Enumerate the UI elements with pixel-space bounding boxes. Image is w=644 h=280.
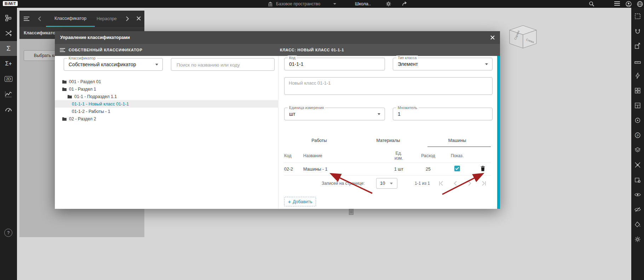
- classifier-search-field[interactable]: [171, 58, 275, 71]
- app-logo: BiMiT: [3, 1, 18, 6]
- col-header-consumption: Расход: [416, 153, 440, 158]
- multiplier-field[interactable]: Множитель 1: [393, 108, 493, 120]
- language-globe-icon[interactable]: [637, 1, 643, 7]
- paint-tool[interactable]: [633, 220, 642, 229]
- unit-value: шт: [289, 108, 295, 120]
- tree-item[interactable]: 02 - Раздел 2: [55, 115, 278, 122]
- tab-machines[interactable]: Машины: [438, 138, 477, 143]
- workspace-caret-icon[interactable]: [333, 3, 336, 5]
- classifier-select[interactable]: Классификатор Собственный классификатор: [64, 58, 163, 71]
- tab-machines-label: Машины: [448, 138, 466, 143]
- share-icon[interactable]: [402, 1, 408, 7]
- help-button[interactable]: ?: [4, 229, 12, 237]
- measure-tool[interactable]: [633, 57, 642, 65]
- chevron-down-icon: [378, 113, 380, 115]
- subheader-left: СОБСТВЕННЫЙ КЛАССИФИКАТОР: [55, 44, 278, 56]
- paint-icon: [634, 221, 641, 228]
- sum-icon: Σ: [6, 45, 11, 52]
- tree-item-label: 01-1-2 - Работы - 1: [72, 109, 110, 114]
- export-box-icon: [634, 43, 641, 49]
- first-page-button[interactable]: [437, 179, 445, 188]
- select-area-icon: [634, 13, 641, 19]
- tab-works[interactable]: Работы: [300, 138, 339, 143]
- col-header-name: Название: [303, 153, 381, 158]
- cut-axis-tool[interactable]: [633, 161, 642, 169]
- left-toolbar: Σ Σ+ 2D ?: [0, 8, 17, 280]
- list-icon[interactable]: [614, 1, 620, 7]
- measure-icon: [634, 58, 641, 64]
- close-icon: [490, 35, 495, 40]
- folder-icon: [67, 95, 72, 99]
- class-type-select[interactable]: Тип класса Элемент: [393, 58, 493, 70]
- layout-icon: [634, 102, 641, 109]
- multiplier-value: 1: [398, 108, 401, 120]
- classifier-menu-icon[interactable]: [60, 48, 65, 52]
- box-settings-tool[interactable]: [633, 176, 642, 184]
- per-page-select[interactable]: 10: [376, 178, 397, 189]
- workspace-name[interactable]: Базовое пространство: [276, 1, 320, 6]
- description-field[interactable]: Новый класс 01-1-1: [284, 77, 493, 95]
- sum-add-tool[interactable]: Σ+: [0, 56, 17, 71]
- magnet-tool[interactable]: [633, 27, 642, 35]
- dialog-scrollbar[interactable]: [497, 56, 500, 209]
- connections-tool[interactable]: [0, 26, 17, 41]
- delete-row-button[interactable]: [481, 166, 485, 171]
- chart-tool[interactable]: [0, 87, 17, 102]
- check-icon: [455, 167, 459, 170]
- gauge-icon: [5, 106, 12, 113]
- model-tree-tool[interactable]: [0, 11, 17, 25]
- prev-page-button[interactable]: [451, 179, 460, 188]
- grid-tool[interactable]: [633, 86, 642, 95]
- search-icon[interactable]: [589, 1, 594, 7]
- sum-add-icon: Σ+: [5, 61, 12, 67]
- tab-materials[interactable]: Материалы: [369, 138, 408, 143]
- export-box-tool[interactable]: [633, 42, 642, 50]
- layout-tool[interactable]: [633, 101, 642, 110]
- col-header-show: Показ.: [440, 153, 475, 158]
- per-page-label: Записей на странице:: [322, 181, 364, 186]
- code-field-value: 01-1-1: [289, 58, 303, 70]
- visibility-tool[interactable]: [633, 190, 642, 199]
- class-detail-panel: Код 01-1-1 Тип класса Элемент Новый клас…: [278, 56, 497, 209]
- table-header-row: Код Название Ед. изм. Расход Показ.: [284, 149, 491, 163]
- settings-gear-icon[interactable]: [386, 1, 391, 7]
- tree-item[interactable]: 01-1 - Подраздел 1.1: [55, 93, 278, 100]
- parking-icon: P: [634, 132, 641, 138]
- dialog-body: Классификатор Собственный классификатор …: [55, 56, 500, 209]
- tree-item-label: 01-1 - Подраздел 1.1: [74, 94, 117, 99]
- visibility-off-tool[interactable]: [633, 205, 642, 214]
- sum-tool[interactable]: Σ: [0, 41, 17, 56]
- code-field[interactable]: Код 01-1-1: [284, 58, 385, 70]
- tree-item[interactable]: 01 - Раздел 1: [55, 85, 278, 93]
- left-section-header: СОБСТВЕННЫЙ КЛАССИФИКАТОР: [69, 48, 142, 52]
- search-input[interactable]: [176, 58, 271, 71]
- target-tool[interactable]: [633, 116, 642, 125]
- settings-icon: [634, 236, 641, 242]
- show-checkbox[interactable]: [454, 166, 460, 171]
- table-row[interactable]: 02-2 Машины - 1 1 шт 25: [284, 163, 491, 176]
- gauge-tool[interactable]: [0, 102, 17, 117]
- dialog-close-button[interactable]: [489, 34, 496, 41]
- page-range: 1-1 из 1: [415, 181, 430, 186]
- parking-tool[interactable]: P: [633, 131, 642, 139]
- settings-tool[interactable]: [633, 235, 642, 244]
- visibility-icon: [634, 192, 641, 197]
- tree-item[interactable]: 001 - Раздел 01: [55, 78, 278, 85]
- next-page-button[interactable]: [465, 179, 474, 188]
- layers-tool[interactable]: [633, 146, 642, 154]
- tree-item-selected[interactable]: 01-1-1 - Новый класс 01-1-1: [55, 100, 278, 108]
- dialog-title: Управление классификаторами: [60, 35, 130, 40]
- bolt-icon: [634, 73, 641, 79]
- account-icon[interactable]: [626, 1, 631, 7]
- select-area-tool[interactable]: [633, 12, 642, 21]
- bolt-tool[interactable]: [633, 72, 642, 80]
- tree-item[interactable]: 01-1-2 - Работы - 1: [55, 108, 278, 115]
- unit-select[interactable]: Единица измерения шт: [284, 108, 385, 120]
- project-name[interactable]: Школа..: [355, 1, 371, 6]
- 2d-view-tool[interactable]: 2D: [0, 72, 17, 86]
- tree-item-label: 001 - Раздел 01: [69, 79, 101, 84]
- add-machine-button[interactable]: Добавить: [284, 197, 316, 206]
- model-tree-icon: [5, 15, 12, 22]
- 2d-view-icon: 2D: [5, 76, 12, 82]
- last-page-button[interactable]: [479, 179, 488, 188]
